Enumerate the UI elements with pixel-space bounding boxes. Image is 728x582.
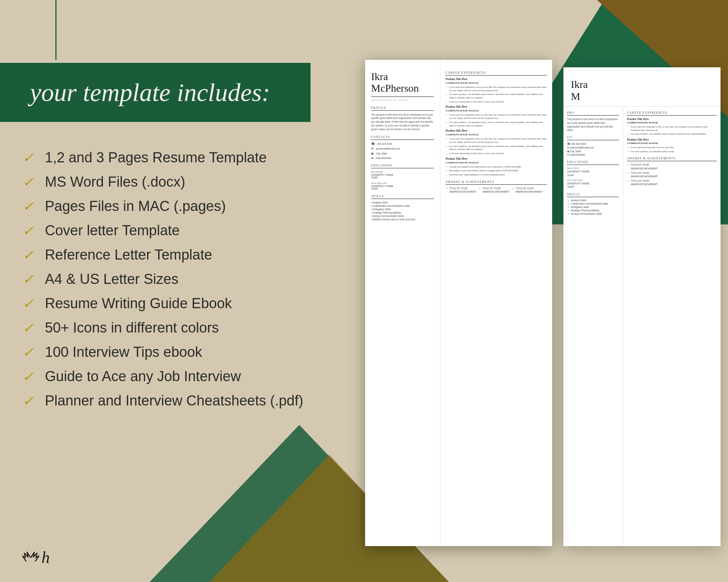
pos3-bullet-1: If you want the emphasis to be on your t… bbox=[446, 137, 547, 144]
feature-item-7: ✓ Resume Writing Guide Ebook bbox=[22, 295, 322, 312]
award-2: TITLE OF YOURAWARD/ACHIEVEMENT bbox=[478, 187, 509, 193]
feature-text-2: MS Word Files (.docx) bbox=[45, 174, 185, 190]
feature-text-4: Cover letter Template bbox=[45, 223, 180, 239]
rc2-phone: ☎ 333.333.3333 bbox=[567, 142, 619, 146]
position-2-company: COMPANY|DATE RANGE bbox=[446, 109, 547, 112]
feature-text-8: 50+ Icons in different colors bbox=[45, 320, 219, 336]
feature-text-7: Resume Writing Guide Ebook bbox=[45, 295, 232, 312]
logo-letter: h bbox=[42, 548, 50, 567]
awards-header: AWARDS & ACHIEVEMENTS bbox=[446, 180, 547, 185]
rc2-pos2-title: Position Title Here bbox=[627, 138, 717, 141]
rc2-linkedin: in in/yourlinkedin bbox=[567, 153, 619, 157]
feature-item-5: ✓ Reference Letter Template bbox=[22, 247, 322, 263]
resume-linkedin-value: in/yourlinkedin bbox=[376, 157, 391, 159]
award-3: TITLE OF YOURAWARD/ACHIEVEMENT bbox=[512, 187, 542, 193]
rc2-career-header: CAREER EXPERIENCES bbox=[627, 111, 717, 116]
features-list: ✓ 1,2 and 3 Pages Resume Template ✓ MS W… bbox=[22, 150, 322, 417]
skill-5: • Strong Communication Skills bbox=[371, 215, 434, 217]
rc2-career-section: CAREER EXPERIENCES Position Title Here C… bbox=[627, 111, 717, 153]
feature-item-1: ✓ 1,2 and 3 Pages Resume Template bbox=[22, 150, 322, 166]
position-1-title: Position Title Here bbox=[446, 77, 547, 81]
position-3-company: COMPANY|DATE RANGE bbox=[446, 133, 547, 136]
phone-icon: ☎ bbox=[371, 142, 375, 146]
resume-school1: UNIVERSITY NAME bbox=[371, 174, 434, 176]
pos3-bullet-3: Limit your description to the three or f… bbox=[446, 152, 547, 155]
position-3-title: Position Title Here bbox=[446, 129, 547, 132]
feature-item-8: ✓ 50+ Icons in different colors bbox=[22, 320, 322, 336]
banner-title: your template includes: bbox=[30, 78, 288, 107]
rc2-pro-header: PRO bbox=[567, 111, 619, 116]
feature-text-1: 1,2 and 3 Pages Resume Template bbox=[45, 150, 267, 166]
resume-location-value: City, State bbox=[376, 152, 387, 155]
resume-edu-1: MASTER UNIVERSITY NAME YEAR bbox=[371, 171, 434, 179]
position-1-company: COMPANY|DATE RANGE bbox=[446, 82, 547, 85]
feature-item-6: ✓ A4 & US Letter Sizes bbox=[22, 271, 322, 287]
position-2-title: Position Title Here bbox=[446, 105, 547, 108]
resume-degree1: MASTER bbox=[371, 171, 434, 174]
rc2-skill-2: Collaboration and Motivation Skills bbox=[567, 202, 619, 205]
rc2-degree1: MASTER bbox=[567, 167, 619, 170]
resume-card-2: IkraM PRO The purpose of this area is to… bbox=[563, 67, 721, 546]
rc2-award-2: TITLE OF YOURAWARD/ACHIEVEMENT bbox=[627, 171, 717, 178]
rc2-name: IkraM bbox=[571, 79, 713, 102]
rc2-pos2-company: COMPANY|DATE RANGE bbox=[627, 142, 717, 145]
email-icon: ✉ bbox=[371, 147, 374, 150]
resume-phone: ☎ 333.333.3333 bbox=[371, 142, 434, 146]
feature-item-10: ✓ Guide to Ace any Job Interview bbox=[22, 368, 322, 385]
feature-item-2: ✓ MS Word Files (.docx) bbox=[22, 174, 322, 190]
checkmark-icon-7: ✓ bbox=[22, 296, 36, 312]
resume-profile-header: PROFILE bbox=[371, 106, 434, 111]
checkmark-icon-11: ✓ bbox=[22, 393, 36, 409]
resume-school2: UNIVERSITY NAME bbox=[371, 185, 434, 187]
rc2-pos1-title: Position Title Here bbox=[627, 117, 717, 121]
feature-text-11: Planner and Interview Cheatsheets (.pdf) bbox=[45, 393, 303, 409]
rc2-left-col: PRO The purpose of this area is to direc… bbox=[563, 107, 623, 546]
resume-year2: YEAR bbox=[371, 187, 434, 190]
skill-3: • Delegation Skills bbox=[371, 208, 434, 211]
pos1-bullet-1: If you want the emphasis to be on your t… bbox=[446, 86, 547, 92]
position-4-company: COMPANY|DATE RANGE bbox=[446, 161, 547, 164]
resume-linkedin: in in/yourlinkedin bbox=[371, 157, 434, 159]
logo: h bbox=[22, 548, 50, 567]
rc2-degree2: BACHELOR bbox=[567, 179, 619, 182]
position-4-title: Position Title Here bbox=[446, 157, 547, 160]
rc2-awards-section: AWARDS & ACHIEVEMENTS TITLE OF YOURAWARD… bbox=[627, 157, 717, 186]
pos3-bullet-2: For each position, use detailed action v… bbox=[446, 145, 547, 151]
resume-degree2: BACHELOR bbox=[371, 182, 434, 185]
resume-left-col: Ikra McPherson PROFESSIONAL TITLE PROFIL… bbox=[365, 60, 440, 546]
rc2-school1: UNIVERSITY NAME bbox=[567, 170, 619, 174]
rc2-skill-4: Strategic Planning Abilities bbox=[567, 209, 619, 212]
feature-text-3: Pages Files in MAC (.pages) bbox=[45, 198, 226, 214]
rc2-skill-1: Analysis Skills bbox=[567, 199, 619, 202]
pos2-bullet-1: If you want the emphasis to be on your t… bbox=[446, 113, 547, 120]
award-1: TITLE OF YOURAWARD/ACHIEVEMENT bbox=[446, 187, 476, 193]
rc2-award-1: TITLE OF YOURAWARD/ACHIEVEMENT bbox=[627, 163, 717, 170]
logo-icon: h bbox=[22, 548, 50, 567]
rc2-year1: YEAR bbox=[567, 174, 619, 177]
rc2-skill-5: Strong Communication Skills bbox=[567, 212, 619, 215]
resume-profile-text: The purpose of this area is to direct em… bbox=[371, 113, 434, 131]
rc2-header: IkraM bbox=[563, 67, 721, 107]
checkmark-icon-2: ✓ bbox=[22, 174, 36, 190]
feature-text-9: 100 Interview Tips ebook bbox=[45, 344, 202, 360]
template-includes-banner: your template includes: bbox=[0, 63, 311, 122]
feature-item-3: ✓ Pages Files in MAC (.pages) bbox=[22, 198, 322, 214]
resume-email: ✉ youremail@email.com bbox=[371, 147, 434, 150]
rc2-award-3: TITLE OF YOURAWARD/ACHIEVEMENT bbox=[627, 179, 717, 186]
checkmark-icon-6: ✓ bbox=[22, 272, 36, 287]
rc2-bullet-1: If you want the emphasis to be on your t… bbox=[627, 125, 717, 132]
resume-name-first: Ikra bbox=[371, 71, 434, 83]
checkmark-icon-4: ✓ bbox=[22, 223, 36, 239]
resume-professional-title: PROFESSIONAL TITLE bbox=[371, 97, 434, 102]
pos4-bullet-1: Include any specific accomplishments you… bbox=[446, 165, 547, 169]
resume-phone-value: 333.333.3333 bbox=[377, 143, 392, 145]
pos1-bullet-3: Limit your description to the three or f… bbox=[446, 100, 547, 104]
checkmark-icon-3: ✓ bbox=[22, 199, 36, 214]
resume-skills-header: SKILLS bbox=[371, 194, 434, 199]
rc2-email: ✉ youremail@email.com bbox=[567, 146, 619, 150]
resume-education-header: EDUCATION bbox=[371, 164, 434, 168]
feature-item-4: ✓ Cover letter Template bbox=[22, 223, 322, 239]
resume-edu-2: BACHELOR UNIVERSITY NAME YEAR bbox=[371, 182, 434, 190]
logo-wings-icon bbox=[22, 550, 39, 565]
checkmark-icon-8: ✓ bbox=[22, 320, 36, 336]
